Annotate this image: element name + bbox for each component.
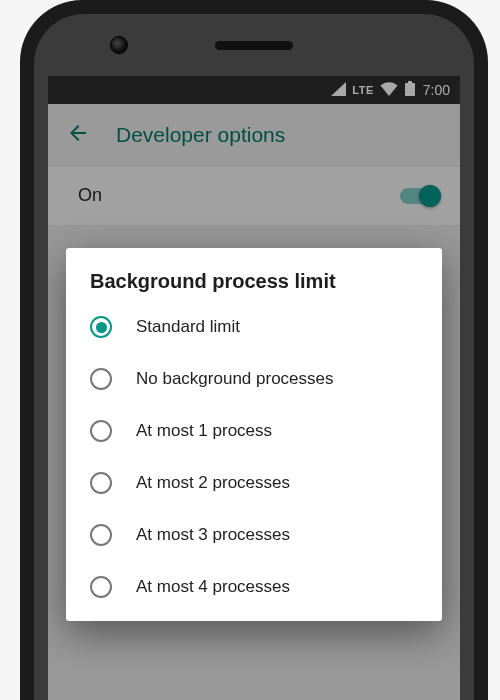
phone-camera bbox=[110, 36, 128, 54]
process-limit-dialog: Background process limit Standard limitN… bbox=[66, 248, 442, 621]
radio-option[interactable]: No background processes bbox=[66, 353, 442, 405]
clock-text: 7:00 bbox=[423, 82, 450, 98]
radio-option-label: Standard limit bbox=[136, 317, 240, 337]
radio-unselected-icon[interactable] bbox=[90, 472, 112, 494]
phone-frame: LTE 7:00 Developer options On bbox=[20, 0, 488, 700]
radio-option[interactable]: At most 2 processes bbox=[66, 457, 442, 509]
radio-unselected-icon[interactable] bbox=[90, 420, 112, 442]
radio-option-label: No background processes bbox=[136, 369, 334, 389]
wifi-icon bbox=[380, 82, 398, 99]
radio-unselected-icon[interactable] bbox=[90, 368, 112, 390]
phone-speaker bbox=[215, 41, 293, 50]
radio-unselected-icon[interactable] bbox=[90, 524, 112, 546]
master-toggle-switch[interactable] bbox=[400, 188, 438, 204]
radio-option-label: At most 3 processes bbox=[136, 525, 290, 545]
radio-option-label: At most 2 processes bbox=[136, 473, 290, 493]
svg-rect-0 bbox=[405, 83, 415, 96]
radio-option[interactable]: At most 1 process bbox=[66, 405, 442, 457]
cell-signal-icon bbox=[331, 82, 346, 99]
svg-rect-1 bbox=[408, 81, 412, 84]
page-title: Developer options bbox=[116, 123, 285, 147]
back-arrow-icon[interactable] bbox=[66, 121, 90, 149]
screen: LTE 7:00 Developer options On bbox=[48, 76, 460, 700]
battery-icon bbox=[405, 81, 415, 99]
phone-inner: LTE 7:00 Developer options On bbox=[34, 14, 474, 700]
radio-option-label: At most 1 process bbox=[136, 421, 272, 441]
master-toggle-label: On bbox=[78, 185, 102, 206]
radio-option[interactable]: At most 3 processes bbox=[66, 509, 442, 561]
master-toggle-row[interactable]: On bbox=[48, 166, 460, 226]
network-type-label: LTE bbox=[352, 84, 373, 96]
radio-option[interactable]: At most 4 processes bbox=[66, 561, 442, 613]
radio-option-label: At most 4 processes bbox=[136, 577, 290, 597]
radio-unselected-icon[interactable] bbox=[90, 576, 112, 598]
radio-selected-icon[interactable] bbox=[90, 316, 112, 338]
dialog-title: Background process limit bbox=[66, 270, 442, 301]
radio-option[interactable]: Standard limit bbox=[66, 301, 442, 353]
status-bar: LTE 7:00 bbox=[48, 76, 460, 104]
app-bar: Developer options bbox=[48, 104, 460, 166]
